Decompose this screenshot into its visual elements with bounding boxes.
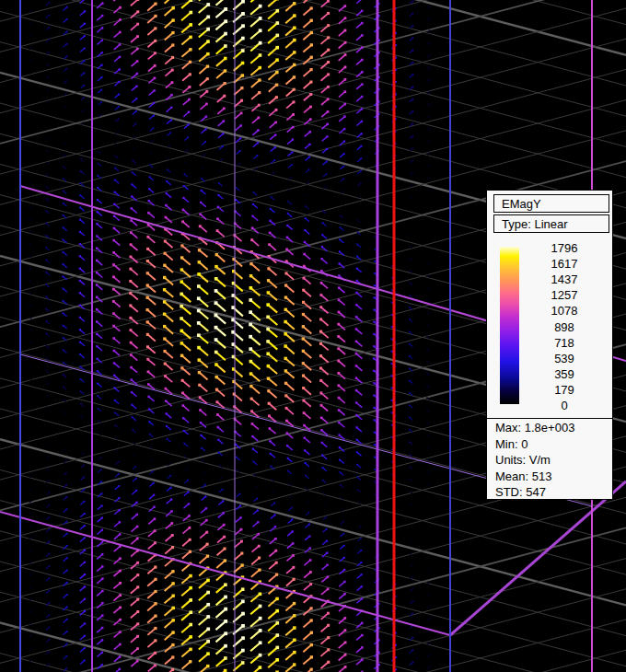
field-arrow-head — [217, 439, 219, 441]
field-arrow-head — [153, 494, 155, 496]
field-arrow-head — [84, 501, 86, 503]
field-arrow-head — [339, 446, 341, 448]
field-arrow-head — [79, 268, 81, 270]
field-arrow-head — [171, 69, 174, 72]
field-arrow-head — [355, 341, 358, 343]
field-arrow-head — [310, 619, 313, 621]
field-arrow-head — [374, 419, 376, 421]
field-arrow-head — [146, 260, 149, 262]
field-arrow-head — [337, 323, 340, 326]
field-arrow-head — [118, 449, 120, 451]
field-arrow-head — [302, 400, 305, 402]
field-arrow-head — [147, 383, 150, 386]
field-arrow-head — [80, 146, 82, 148]
legend-panel[interactable]: EMagY Type: Linear 179616171437125710788… — [486, 190, 613, 500]
field-arrow-head — [429, 42, 431, 44]
field-arrow-head — [205, 115, 207, 117]
field-arrow-head — [205, 519, 208, 522]
field-arrow-head — [189, 48, 191, 51]
field-arrow-head — [101, 64, 103, 66]
field-arrow-head — [293, 51, 296, 53]
field-arrow-head — [136, 35, 139, 38]
field-arrow-head — [214, 301, 218, 305]
field-arrow-head — [257, 142, 259, 144]
field-arrow-head — [49, 590, 51, 592]
field-arrow-head — [199, 396, 202, 399]
field-arrow-head — [101, 627, 103, 629]
field-arrow-head — [119, 570, 122, 573]
field-arrow-head — [170, 498, 172, 500]
field-arrow-head — [63, 374, 64, 376]
field-arrow-head — [373, 382, 375, 384]
field-arrow-head — [327, 624, 330, 627]
field-arrow-head — [304, 449, 306, 451]
field-arrow-head — [287, 213, 289, 214]
field-arrow-head — [63, 325, 64, 327]
field-arrow-head — [83, 110, 85, 111]
field-arrow-head — [180, 354, 183, 357]
field-arrow-head — [285, 420, 288, 423]
field-arrow-head — [169, 475, 171, 477]
field-arrow-head — [222, 158, 224, 160]
field-arrow-head — [215, 388, 218, 391]
field-arrow-head — [167, 438, 168, 440]
field-arrow-head — [171, 668, 174, 671]
field-arrow-head — [119, 668, 121, 670]
field-arrow-head — [180, 330, 184, 333]
field-arrow-head — [326, 528, 328, 530]
field-arrow-head — [190, 0, 193, 2]
field-arrow-head — [189, 527, 191, 529]
field-arrow-head — [309, 81, 312, 84]
field-arrow-head — [309, 547, 311, 549]
field-arrow-head — [119, 557, 122, 560]
field-arrow-head — [219, 171, 221, 173]
field-arrow-head — [101, 40, 103, 41]
field-arrow-head — [224, 559, 226, 562]
field-arrow-head — [412, 37, 414, 39]
field-arrow-head — [135, 135, 137, 137]
field-arrow-head — [132, 416, 133, 418]
field-arrow-head — [45, 186, 47, 188]
field-arrow-head — [118, 119, 120, 121]
field-arrow-head — [164, 240, 167, 243]
field-arrow-head — [167, 157, 168, 159]
field-arrow-head — [412, 551, 413, 553]
field-arrow-head — [45, 284, 47, 285]
field-arrow-head — [170, 107, 172, 109]
field-arrow-head — [31, 451, 32, 452]
field-arrow-head — [189, 550, 191, 553]
field-arrow-head — [276, 21, 280, 25]
field-arrow-head — [180, 256, 183, 259]
field-arrow-head — [96, 320, 98, 322]
field-arrow-head — [101, 639, 103, 641]
field-arrow-head — [361, 145, 363, 147]
field-arrow-head — [284, 332, 287, 336]
field-arrow-head — [149, 434, 151, 435]
legend-title: EMagY — [502, 197, 541, 211]
field-arrow-head — [197, 309, 201, 313]
field-arrow-head — [101, 517, 103, 519]
field-arrow-head — [343, 166, 345, 168]
field-arrow-head — [326, 173, 328, 175]
field-arrow-head — [66, 667, 68, 669]
field-arrow-head — [429, 152, 431, 154]
field-arrow-head — [257, 155, 259, 156]
field-arrow-head — [154, 15, 156, 17]
field-arrow-head — [292, 139, 294, 141]
field-arrow-head — [237, 176, 238, 178]
field-arrow-head — [165, 216, 168, 219]
field-arrow-head — [148, 421, 150, 423]
field-arrow-head — [206, 640, 210, 643]
field-arrow-head — [266, 303, 270, 307]
field-arrow-head — [409, 367, 411, 369]
field-arrow-head — [410, 246, 412, 248]
field-arrow-head — [135, 466, 137, 468]
field-arrow-head — [49, 480, 51, 481]
field-arrow-head — [409, 417, 411, 419]
field-arrow-head — [267, 279, 270, 282]
field-arrow-head — [65, 80, 67, 82]
field-arrow-head — [305, 217, 307, 219]
field-arrow-head — [412, 564, 413, 566]
field-arrow-head — [115, 424, 117, 426]
field-arrow-head — [181, 379, 184, 382]
